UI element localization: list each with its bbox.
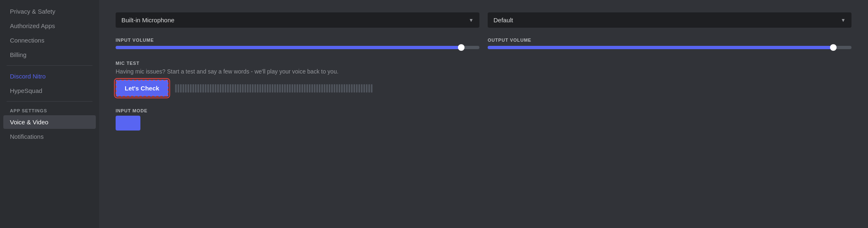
mic-bar — [210, 84, 211, 93]
mic-bar — [279, 84, 281, 93]
mic-bar — [230, 84, 231, 93]
mic-bar — [187, 84, 189, 93]
mic-bar — [192, 84, 194, 93]
sidebar-item-authorized-apps[interactable]: Authorized Apps — [3, 19, 96, 33]
mic-bar — [319, 84, 320, 93]
mic-bar — [309, 84, 311, 93]
mic-bar — [222, 84, 224, 93]
lets-check-button[interactable]: Let's Check — [116, 80, 168, 97]
mic-bar — [252, 84, 254, 93]
mic-bar — [232, 84, 234, 93]
mic-bar — [240, 84, 241, 93]
output-volume-track[interactable] — [488, 46, 851, 49]
mic-bar — [215, 84, 216, 93]
mic-bar — [247, 84, 249, 93]
input-volume-track[interactable] — [116, 46, 479, 49]
sidebar-item-billing[interactable]: Billing — [3, 48, 96, 62]
sidebar-item-connections[interactable]: Connections — [3, 33, 96, 47]
mic-bar — [324, 84, 325, 93]
mic-bar — [341, 84, 343, 93]
mic-bar — [316, 84, 318, 93]
mic-bar — [292, 84, 293, 93]
sidebar-item-hypesquad[interactable]: HypeSquad — [3, 84, 96, 97]
mic-bar — [244, 84, 246, 93]
mic-bar — [287, 84, 288, 93]
mic-bar — [346, 84, 348, 93]
mic-bar — [326, 84, 328, 93]
mic-bar — [178, 84, 179, 93]
mic-bar — [299, 84, 301, 93]
sidebar-item-privacy-safety[interactable]: Privacy & Safety — [3, 5, 96, 18]
mic-bar — [366, 84, 368, 93]
output-volume-wrapper: OUTPUT VOLUME — [488, 38, 851, 49]
mic-bar — [207, 84, 209, 93]
mic-test-label: MIC TEST — [116, 61, 851, 66]
mic-bar — [296, 84, 298, 93]
input-mode-section: INPUT MODE — [116, 108, 851, 131]
mic-bar — [321, 84, 323, 93]
mic-bar — [257, 84, 259, 93]
mic-bar — [344, 84, 345, 93]
mic-bar — [274, 84, 276, 93]
mic-bar — [264, 84, 266, 93]
input-mode-bar — [116, 116, 140, 131]
output-dropdown-arrow: ▼ — [841, 17, 846, 23]
mic-bar — [217, 84, 219, 93]
mic-bar — [277, 84, 278, 93]
mic-bar — [242, 84, 244, 93]
mic-bar — [180, 84, 182, 93]
mic-bar — [349, 84, 350, 93]
mic-bar — [225, 84, 226, 93]
mic-bar — [235, 84, 236, 93]
sidebar-item-notifications[interactable]: Notifications — [3, 130, 96, 143]
mic-test-row: Let's Check — [116, 80, 851, 97]
output-volume-label: OUTPUT VOLUME — [488, 38, 851, 43]
sliders-row: INPUT VOLUME OUTPUT VOLUME — [116, 38, 851, 49]
mic-bar — [329, 84, 330, 93]
output-volume-fill — [488, 46, 833, 49]
dropdowns-row: Built-in Microphone ▼ Default ▼ — [116, 12, 851, 28]
mic-bar — [212, 84, 214, 93]
output-volume-thumb[interactable] — [830, 44, 837, 51]
sidebar-item-discord-nitro[interactable]: Discord Nitro — [3, 69, 96, 83]
mic-bar — [200, 84, 202, 93]
mic-bar — [334, 84, 335, 93]
microphone-dropdown-wrapper: Built-in Microphone ▼ — [116, 12, 479, 28]
input-volume-fill — [116, 46, 461, 49]
mic-bar — [339, 84, 340, 93]
mic-bar — [202, 84, 204, 93]
main-content: Built-in Microphone ▼ Default ▼ INPUT VO… — [99, 0, 868, 228]
mic-bar — [269, 84, 271, 93]
output-dropdown[interactable]: Default ▼ — [488, 12, 851, 28]
mic-bar — [301, 84, 303, 93]
mic-bar — [304, 84, 306, 93]
mic-bar — [195, 84, 197, 93]
mic-bar — [237, 84, 239, 93]
sidebar: Privacy & Safety Authorized Apps Connect… — [0, 0, 99, 228]
mic-bar — [175, 84, 177, 93]
mic-bar — [294, 84, 296, 93]
mic-bar — [227, 84, 229, 93]
mic-bar — [358, 84, 360, 93]
input-mode-label: INPUT MODE — [116, 108, 851, 113]
output-dropdown-wrapper: Default ▼ — [488, 12, 851, 28]
mic-bar — [371, 84, 372, 93]
microphone-dropdown[interactable]: Built-in Microphone ▼ — [116, 12, 479, 28]
mic-bar — [353, 84, 355, 93]
mic-bar — [272, 84, 273, 93]
mic-bar — [197, 84, 199, 93]
mic-bar — [205, 84, 206, 93]
sidebar-item-voice-video[interactable]: Voice & Video — [3, 115, 96, 129]
mic-bar — [190, 84, 192, 93]
mic-bar — [363, 84, 365, 93]
sidebar-divider-2 — [7, 101, 92, 102]
input-volume-thumb[interactable] — [458, 44, 465, 51]
mic-bar — [183, 84, 184, 93]
mic-bar — [306, 84, 308, 93]
output-dropdown-value: Default — [493, 17, 513, 24]
input-volume-wrapper: INPUT VOLUME — [116, 38, 479, 49]
mic-bar — [249, 84, 251, 93]
sidebar-divider-1 — [7, 65, 92, 66]
mic-bar — [289, 84, 291, 93]
mic-bar — [220, 84, 221, 93]
